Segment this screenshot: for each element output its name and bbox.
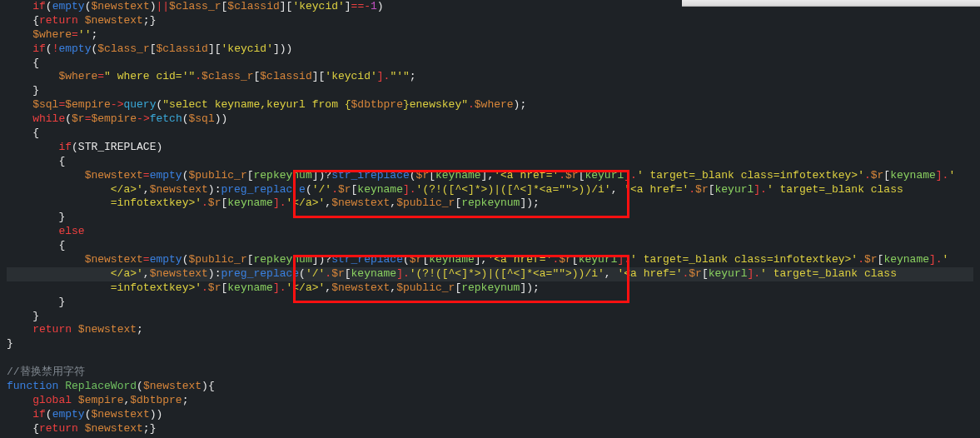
code-token: return: [39, 422, 78, 435]
code-token: [7, 323, 32, 336]
code-line[interactable]: $where=" where cid='".$class_r[$classid]…: [7, 70, 973, 84]
code-token: $class_r: [169, 0, 221, 12]
code-token: [7, 28, 32, 41]
code-token: $r: [689, 267, 702, 280]
code-token: $where: [58, 70, 97, 82]
code-line[interactable]: else: [7, 225, 973, 239]
code-token: ,: [143, 183, 150, 196]
code-token: keyname: [357, 183, 403, 196]
code-token: [7, 351, 13, 364]
code-token: $public_r: [396, 281, 455, 294]
code-token: preg_replac: [221, 183, 292, 196]
code-token: function: [7, 380, 58, 392]
code-token: "'": [390, 70, 409, 82]
code-token: ' target=_blank class: [760, 267, 897, 280]
code-token: e: [292, 183, 306, 196]
code-line[interactable]: if(empty($newstext)||$class_r[$classid][…: [7, 0, 973, 14]
code-token: ][: [312, 70, 326, 82]
code-token: ,: [325, 197, 331, 209]
code-line[interactable]: =infotextkey>'.$r[keyname].'</a>',$newst…: [7, 281, 973, 296]
code-token: STR_IREPLACE: [78, 141, 157, 153]
code-token: ;: [91, 28, 97, 41]
code-token: 'keycid': [292, 0, 344, 12]
code-token: keyurl: [709, 267, 748, 280]
code-token: }: [7, 84, 39, 97]
code-line[interactable]: }: [7, 337, 973, 351]
code-token: ])?: [312, 169, 331, 182]
code-line[interactable]: $newstext=empty($public_r[repkeynum])?st…: [7, 169, 973, 183]
code-token: $empire: [72, 394, 123, 406]
code-token: ;: [410, 70, 416, 82]
code-line[interactable]: $where='';: [7, 28, 973, 42]
code-token: keyurl: [585, 169, 624, 182]
code-line[interactable]: {return $newstext;}: [7, 422, 973, 436]
code-token: $newstext: [143, 380, 201, 392]
code-token: $newstext: [91, 0, 149, 12]
code-token: preg_replace: [221, 267, 299, 280]
code-line[interactable]: </a>',$newstext):preg_replac e('/'.$r[ke…: [7, 183, 973, 197]
code-token: (: [65, 112, 72, 125]
code-line[interactable]: =infotextkey>'.$r[keyname].'</a>',$newst…: [7, 197, 973, 211]
code-token: (: [410, 169, 416, 182]
code-token: $newstext: [78, 422, 143, 435]
code-token: ].: [748, 267, 761, 280]
code-token: //替换禁用字符: [7, 366, 85, 378]
code-token: repkeynum: [254, 169, 312, 182]
code-token: ==-: [351, 0, 371, 12]
code-line[interactable]: }: [7, 296, 973, 310]
code-line[interactable]: }: [7, 211, 973, 225]
code-token: }: [7, 310, 39, 322]
code-token: ->: [111, 98, 124, 111]
code-token: '/': [312, 183, 331, 196]
code-token: str_ireplace: [331, 169, 410, 182]
code-line[interactable]: $sql=$empire->query("select keyname,keyu…: [7, 98, 973, 112]
code-token: }: [7, 296, 65, 308]
code-token: return: [32, 323, 72, 336]
code-token: =: [143, 253, 150, 266]
code-line[interactable]: }: [7, 84, 973, 98]
code-token: ):: [208, 267, 221, 280]
code-token: ].: [273, 197, 286, 209]
code-line[interactable]: {return $newstext;}: [7, 14, 973, 28]
code-token: empty: [150, 253, 182, 266]
code-token: ReplaceWord: [65, 380, 137, 392]
code-token: ][: [280, 0, 293, 12]
code-token: ->: [137, 112, 150, 125]
code-token: [7, 253, 85, 266]
code-token: =infotextkey>': [7, 281, 201, 294]
code-line[interactable]: {: [7, 155, 973, 169]
code-token: (: [46, 408, 52, 421]
code-token: keyname: [435, 169, 481, 182]
code-line[interactable]: {: [7, 57, 973, 71]
code-token: [7, 408, 32, 421]
code-token: ].: [403, 183, 416, 196]
code-line[interactable]: if(!empty($class_r[$classid]['keycid'])): [7, 42, 973, 57]
code-token: '/': [306, 267, 325, 280]
code-token: keyname: [351, 267, 397, 280]
code-token: .: [201, 197, 208, 209]
code-token: {: [7, 57, 39, 69]
code-line[interactable]: if(STR_IREPLACE): [7, 141, 973, 155]
code-line[interactable]: [7, 351, 973, 366]
code-line[interactable]: return $newstext;: [7, 323, 973, 337]
code-line[interactable]: //替换禁用字符: [7, 366, 973, 380]
code-line[interactable]: {: [7, 239, 973, 253]
code-token: .: [858, 253, 864, 266]
code-line[interactable]: if(empty($newstext)): [7, 408, 973, 422]
code-token: .: [689, 183, 695, 196]
code-line[interactable]: function ReplaceWord($newstext){: [7, 380, 973, 394]
code-line[interactable]: global $empire,$dbtbpre;: [7, 394, 973, 408]
code-token: [7, 70, 58, 82]
code-token: [: [247, 253, 254, 266]
code-line[interactable]: }: [7, 310, 973, 324]
code-editor[interactable]: if(empty($newstext)||$class_r[$classid][…: [0, 0, 980, 436]
code-token: [: [150, 42, 157, 55]
code-token: ][: [208, 42, 221, 55]
code-line[interactable]: </a>',$newstext):preg_replace('/'.$r[key…: [7, 267, 973, 281]
code-line[interactable]: while($r=$empire->fetch($sql)): [7, 112, 973, 127]
code-token: $r: [565, 169, 579, 182]
code-line[interactable]: {: [7, 127, 973, 141]
code-token: (: [182, 112, 189, 125]
code-token: $public_r: [188, 169, 246, 182]
code-line[interactable]: $newstext=empty($public_r[repkeynum])?st…: [7, 253, 973, 267]
